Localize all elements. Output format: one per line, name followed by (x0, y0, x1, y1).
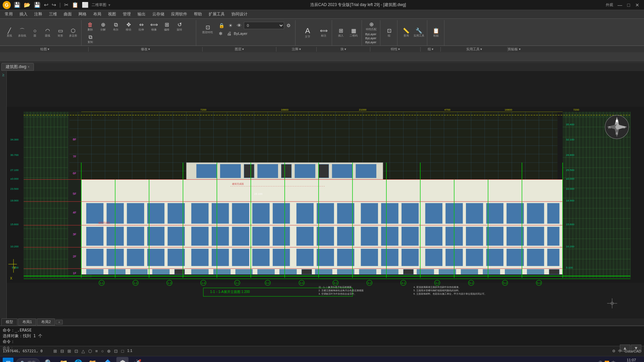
taskbar-app-files[interactable]: 📂 (87, 357, 99, 362)
windows-search-bar[interactable]: 🔍 搜索 (16, 358, 40, 362)
windows-start-btn[interactable]: ⊞ (3, 358, 13, 362)
menu-guanli[interactable]: 管理 (119, 11, 134, 18)
sc-icon[interactable]: □ (120, 348, 125, 354)
systray-chevron[interactable]: ∧ (592, 361, 595, 362)
svg-text:4-2: 4-2 (435, 282, 439, 285)
menu-yingyong[interactable]: 应用软件 (168, 11, 191, 18)
menu-qumian[interactable]: 曲面 (60, 11, 75, 18)
canvas-area[interactable]: ±0.000 5.100 10.200 15.600 19.900 23.500… (7, 71, 644, 318)
taskbar-app-chrome[interactable]: 🌐 (72, 357, 84, 362)
qrcode-btn[interactable]: ▦二维码 (347, 27, 360, 39)
close-btn[interactable]: ✕ (633, 1, 641, 9)
layer-freeze-icon[interactable]: ❄ (217, 30, 224, 37)
systray-volume-icon[interactable]: 🔊 (597, 361, 602, 362)
undo-icon[interactable]: ↩ (43, 2, 49, 8)
taskbar-app-rocket[interactable]: 🚀 (131, 357, 143, 362)
showlw-icon[interactable]: ⊡ (113, 348, 119, 354)
layer-manager-btn[interactable]: ⊡图层特性 (200, 21, 216, 38)
menu-wangge[interactable]: 网格 (75, 11, 90, 18)
group-btn[interactable]: ⊡组 (383, 27, 395, 39)
dimension-btn[interactable]: ⟺标注 (318, 27, 330, 39)
otrack-icon[interactable]: ⬡ (87, 348, 93, 354)
paste-btn[interactable]: 📋粘贴 (430, 27, 442, 39)
text-btn[interactable]: A文字 (298, 25, 317, 41)
offset-btn[interactable]: ⊞偏移 (161, 21, 173, 33)
open-icon[interactable]: 📂 (23, 2, 32, 8)
osnap-icon[interactable]: △ (80, 348, 86, 354)
systray-input-icon[interactable]: 中 (611, 360, 615, 362)
matchprop-btn[interactable]: ⊕特性匹配 (365, 22, 377, 31)
line-btn[interactable]: ╱直线 (3, 27, 15, 39)
cut-icon[interactable]: ✂ (63, 2, 69, 8)
layer-sun-icon[interactable]: ☀ (227, 22, 234, 29)
erase-btn[interactable]: 🗑删除 (84, 21, 96, 33)
layout2-tab[interactable]: 布局2 (37, 318, 55, 325)
transparency-icon[interactable]: ○ (100, 348, 105, 354)
circle-btn[interactable]: ○圆 (29, 27, 41, 39)
measure-btn[interactable]: 📏查询 (400, 27, 412, 39)
svg-text:2. 主楼立面棱角标柱达角月台色真石漆墙面: 2. 主楼立面棱角标柱达角月台色真石漆墙面 (319, 289, 364, 292)
polar-icon[interactable]: ⊡ (73, 348, 79, 354)
settings-icon[interactable]: ⚙ (612, 349, 615, 353)
menu-shuchu[interactable]: 输出 (134, 11, 149, 18)
insert-block-btn[interactable]: ⊞插入 (335, 27, 347, 39)
layer-select[interactable]: 0 (244, 22, 284, 29)
menu-kuozhangtools[interactable]: 扩展工具 (205, 11, 228, 18)
taskbar-app-search[interactable]: 🔍 (43, 357, 55, 362)
snap-on-icon[interactable]: ⊟ (59, 348, 65, 354)
layer-visible-icon[interactable]: 👁 (235, 22, 243, 29)
ai-panel-btn[interactable]: Ai (1, 72, 6, 78)
file-tab-close[interactable]: × (28, 65, 30, 69)
mirror-btn[interactable]: ⟺镜像 (148, 21, 160, 33)
redo-icon[interactable]: ↪ (51, 2, 57, 8)
minimize-btn[interactable]: — (616, 1, 624, 9)
dynin-icon[interactable]: ⊕ (106, 348, 112, 354)
maximize-btn[interactable]: □ (625, 1, 633, 9)
ortho-icon[interactable]: ⊞ (66, 348, 72, 354)
menu-sanwei[interactable]: 三维 (46, 11, 60, 18)
title-bar: G 💾 📂 💾 ↩ ↪ | ✂ 📋 ⬜ 二维草图 ▾ 浩辰CAD 2023 专业… (0, 0, 644, 10)
menu-charu[interactable]: 插入 (16, 11, 31, 18)
calculator-btn[interactable]: 🔧实用工具 (413, 27, 425, 39)
taskbar-app-blue[interactable]: 🔷 (102, 357, 114, 362)
svg-rect-162 (87, 227, 104, 246)
copy-icon[interactable]: 📋 (71, 2, 79, 8)
file-tab-jianzhu[interactable]: 建筑图.dwg × (1, 63, 34, 71)
menu-changyong[interactable]: 常用 (1, 11, 16, 18)
arc-btn[interactable]: ◠圆弧 (42, 27, 54, 39)
polyline-btn[interactable]: ⌒多段线 (16, 27, 28, 39)
svg-rect-132 (417, 269, 434, 274)
taskbar-app-gcad[interactable]: ⬢ (116, 357, 128, 362)
move-btn[interactable]: ✥移动 (122, 21, 135, 33)
systray-network-icon[interactable]: 📶 (604, 361, 609, 362)
paste-icon[interactable]: ⬜ (81, 2, 90, 8)
lineweight-icon[interactable]: ≡ (94, 348, 99, 354)
save2-icon[interactable]: 💾 (33, 2, 42, 8)
menu-zhushi[interactable]: 注释 (31, 11, 46, 18)
rotate-btn[interactable]: ↺旋转 (173, 21, 185, 33)
add-layout-btn[interactable]: + (56, 320, 62, 324)
window-title: 浩辰CAD 2023 专业版[Trial day left 29] - [建筑图… (110, 2, 606, 8)
snap-grid-icon[interactable]: ⊞ (52, 348, 58, 354)
explode-btn[interactable]: ⊕分解 (97, 21, 109, 33)
menu-shitu[interactable]: 视图 (105, 11, 119, 18)
taskbar-app-explorer[interactable]: 📁 (57, 357, 69, 362)
layer-print-icon[interactable]: 🖨 (225, 30, 233, 37)
svg-rect-157 (466, 249, 483, 266)
menu-bangzhu[interactable]: 帮助 (191, 11, 205, 18)
appearance-btn[interactable]: 外观 (606, 2, 613, 7)
workspace-selector[interactable]: 二维草图 (92, 2, 106, 7)
model-tab[interactable]: 模型 (1, 318, 17, 325)
rect-btn[interactable]: ▭矩形 (54, 27, 66, 39)
copy-btn[interactable]: ⧉复制 (84, 34, 96, 45)
save-icon[interactable]: 💾 (13, 2, 21, 8)
menu-buju[interactable]: 布局 (90, 11, 105, 18)
polygon-btn[interactable]: ⬡多边形 (67, 27, 79, 39)
stretch-btn[interactable]: ⇔拉伸 (135, 21, 147, 33)
copy-draw-btn[interactable]: ⧉布尔 (110, 21, 122, 33)
layer-lock-icon[interactable]: 🔒 (217, 22, 226, 29)
menu-xietong[interactable]: 协同设计 (228, 11, 251, 18)
layout1-tab[interactable]: 布局1 (18, 318, 36, 325)
layer-settings-icon[interactable]: ⚙ (285, 22, 292, 29)
menu-yuncunchu[interactable]: 云存储 (149, 11, 168, 18)
